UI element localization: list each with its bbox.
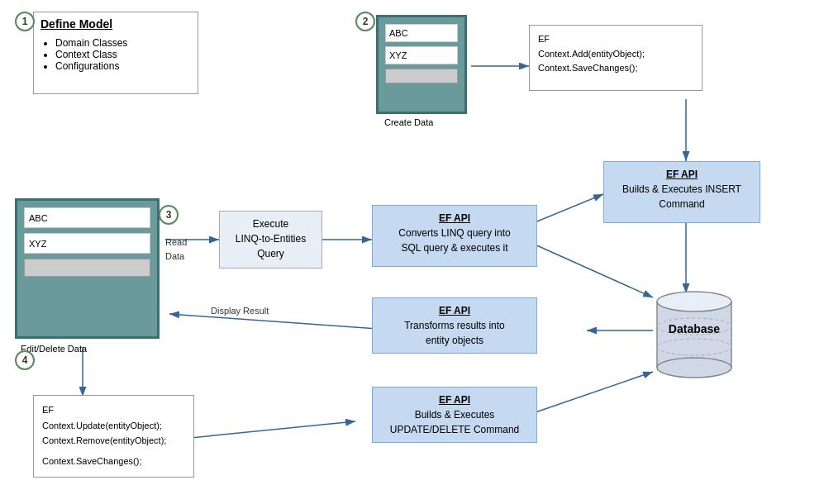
step1-item-domain: Domain Classes — [55, 37, 191, 49]
svg-point-15 — [657, 292, 731, 311]
step4-circle: 4 — [15, 350, 35, 370]
step3-field-abc: ABC — [24, 207, 150, 228]
svg-line-13 — [533, 244, 653, 297]
step1-item-context: Context Class — [55, 49, 191, 60]
step2-field-abc: ABC — [385, 24, 458, 42]
step2-circle: 2 — [355, 12, 375, 31]
ef-api-insert-box: EF API Builds & Executes INSERT Command — [603, 161, 760, 223]
step3-circle: 3 — [159, 205, 179, 225]
step4-ef-code: EF Context.Update(entityObject); Context… — [33, 395, 194, 478]
step3-read-label: ReadData — [165, 235, 187, 263]
ef-api-transforms-box: EF API Transforms results into entity ob… — [372, 297, 537, 354]
svg-line-12 — [533, 372, 653, 413]
display-result-label: Display Result — [211, 306, 269, 316]
step1-item-config: Configurations — [55, 60, 191, 72]
step1-box: Define Model Domain Classes Context Clas… — [33, 12, 198, 94]
step1-title: Define Model — [40, 17, 191, 31]
step1-circle: 1 — [15, 12, 35, 31]
svg-line-7 — [533, 194, 603, 223]
diagram: 1 Define Model Domain Classes Context Cl… — [0, 0, 824, 504]
step2-ef-code: EF Context.Add(entityObject); Context.Sa… — [529, 25, 703, 91]
step2-teal-box: ABC XYZ — [376, 15, 467, 114]
step2-create-label: Create Data — [384, 117, 433, 127]
step2-button — [385, 69, 458, 83]
step2-field-xyz: XYZ — [385, 46, 458, 64]
step3-linq-box: Execute LINQ-to-Entities Query — [219, 211, 322, 269]
step3-button — [24, 259, 150, 277]
database-label: Database — [653, 322, 736, 335]
step3-teal-box: ABC XYZ — [15, 198, 160, 339]
step3-field-xyz: XYZ — [24, 233, 150, 254]
svg-point-16 — [657, 358, 731, 378]
database: Database — [653, 281, 736, 380]
svg-line-9 — [169, 314, 401, 330]
ef-api-converts-box: EF API Converts LINQ query into SQL quer… — [372, 205, 537, 267]
ef-api-update-box: EF API Builds & Executes UPDATE/DELETE C… — [372, 387, 537, 443]
svg-line-11 — [190, 421, 355, 438]
